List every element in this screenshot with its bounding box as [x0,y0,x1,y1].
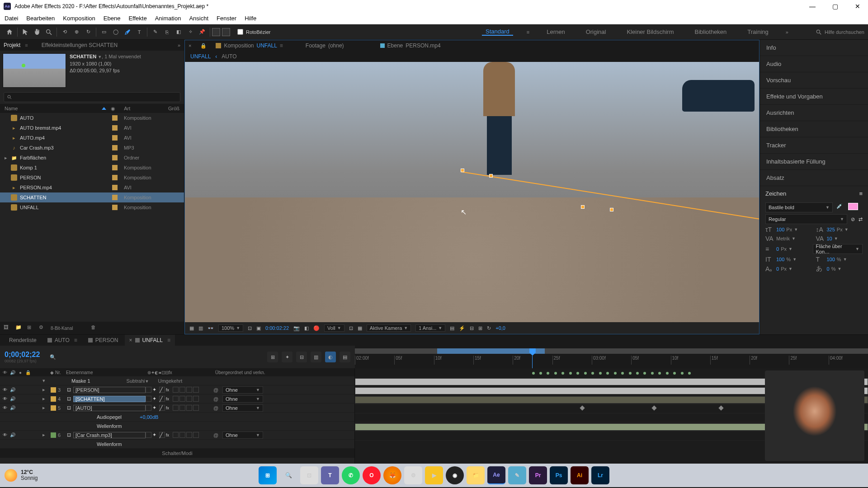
switch-adjustment[interactable] [186,432,192,438]
fast-preview-icon[interactable]: ⚡ [459,325,465,331]
resolution-dropdown[interactable]: Voll▼ [324,324,344,332]
project-item[interactable]: AUTO Komposition [0,113,184,123]
shy-toggle-icon[interactable]: ⊟ [296,352,307,362]
layer-name[interactable]: [AUTO] [73,405,146,411]
menu-bearbeiten[interactable]: Bearbeiten [26,15,55,22]
label-color[interactable] [51,396,56,402]
mask-vertex[interactable] [489,174,493,178]
keyframe-dot[interactable] [621,372,624,375]
hscale-value[interactable]: 100 [827,257,835,262]
menu-komposition[interactable]: Komposition [63,15,95,22]
viewer-timecode[interactable]: 0:00:02:22 [265,325,289,331]
parent-dropdown[interactable]: Ohne▼ [222,404,263,412]
audio-toggle[interactable]: 🔊 [9,387,16,393]
project-item[interactable]: UNFALL Komposition [0,202,184,212]
switch-collapse[interactable]: ✦ [152,432,158,438]
viewer-lock-icon[interactable]: 🔒 [200,43,207,49]
label-swatch[interactable] [112,195,118,200]
keyframe-icon[interactable] [718,405,723,410]
project-item[interactable]: ▸ Farbflächen Ordner [0,153,184,163]
keyframe-dot[interactable] [554,372,557,375]
col-header-size[interactable]: Größ [168,106,179,111]
switch-collapse[interactable]: ✦ [152,405,158,411]
channels-icon[interactable]: 🔴 [313,325,320,331]
label-color[interactable] [51,387,56,393]
stroke-over-dropdown[interactable]: Fläche über Kon…▼ [813,244,863,254]
project-search-input[interactable] [4,92,180,102]
layer-row[interactable]: Wellenform [0,422,354,431]
switch-adjustment[interactable] [186,405,192,411]
taskbar-search-icon[interactable]: 🔍 [279,466,297,484]
keyframe-dot[interactable] [643,372,646,375]
solo-col-icon[interactable]: ● [17,370,24,375]
keyframe-dot[interactable] [681,372,684,375]
hand-tool-icon[interactable] [31,26,43,38]
camera-dropdown[interactable]: Aktive Kamera▼ [367,324,411,332]
app-icon[interactable]: ✎ [508,466,526,484]
workspace-kleiner[interactable]: Kleiner Bildschirm [623,28,677,35]
keyframe-dot[interactable] [666,372,669,375]
expand-icon[interactable]: ▾ [42,378,49,384]
menu-datei[interactable]: Datei [5,15,18,22]
switch-frame-blend[interactable] [173,396,179,402]
timeline-timecode[interactable]: 0;00;02;22 [5,351,40,359]
interpret-footage-icon[interactable]: 🖼 [4,324,11,332]
comp-mini-flowchart-icon[interactable]: ⊞ [267,352,278,362]
layer-row[interactable]: 👁 🔊 ▸ 6 ⊡ [Car Crash.mp3] ✦ ╱ fx @ Ohne [0,431,354,440]
viewer-close-icon[interactable]: × [189,43,191,48]
viewer-tab-comp[interactable]: Komposition UNFALL ≡ [216,42,283,49]
zoom-dropdown[interactable]: 100%▼ [218,324,243,332]
keyframe-dot[interactable] [539,372,542,375]
panel-overflow-icon[interactable]: » [178,42,180,48]
expand-icon[interactable]: ▸ [42,432,49,438]
solo-toggle[interactable] [17,396,24,402]
project-tab-menu-icon[interactable]: ≡ [25,42,28,48]
puppet-tool-icon[interactable]: 📌 [196,26,208,38]
label-swatch[interactable] [112,205,118,210]
parent-dropdown[interactable]: Ohne▼ [222,386,263,394]
panel-content-aware[interactable]: Inhaltsbasierte Füllung [760,154,868,170]
roto-tool-icon[interactable]: ✧ [184,26,196,38]
project-item[interactable]: SCHATTEN Komposition [0,192,184,202]
pickwhip-icon[interactable]: @ [213,387,222,393]
switch-shy[interactable] [146,432,151,438]
keyframe-dot[interactable] [673,372,676,375]
project-item[interactable]: Komp 1 Komposition [0,163,184,173]
project-item[interactable]: PERSON Komposition [0,173,184,183]
switch-fx[interactable]: fx [166,388,172,392]
eye-toggle[interactable]: 👁 [2,405,8,411]
menu-fenster[interactable]: Fenster [217,15,236,22]
pickwhip-icon[interactable]: @ [213,432,222,438]
eyedropper-icon[interactable]: 💉 [836,203,844,211]
timeline-tab-auto[interactable]: AUTO≡ [43,335,82,346]
roi-icon[interactable]: ⊡ [349,325,353,331]
mask-vertex[interactable] [581,205,585,209]
fill-color-swatch[interactable] [212,28,220,36]
layer-name[interactable]: [Car Crash.mp3] [73,432,146,438]
baseline-value[interactable]: 0 [776,266,779,272]
project-item[interactable]: AUTO bremst.mp4 AVI [0,123,184,133]
label-swatch[interactable] [112,145,118,150]
whatsapp-icon[interactable]: ✆ [342,466,360,484]
tracking-value[interactable]: 10 [827,236,832,241]
teams-icon[interactable]: T [321,466,339,484]
layer-row[interactable]: 👁 🔊 ▸ 4 ⊡ [SCHATTEN] ✦ ╱ fx @ Ohne▼ [0,394,354,404]
keyframe-dot[interactable] [651,372,654,375]
switch-shy[interactable] [146,405,151,411]
opera-icon[interactable]: O [363,466,381,484]
keyframe-dot[interactable] [547,372,549,375]
switch-adjustment[interactable] [186,387,192,393]
layer-prop-value[interactable]: +0,00dB [140,414,158,420]
composition-viewport[interactable] [185,62,759,322]
pickwhip-icon[interactable]: @ [213,396,222,402]
views-dropdown[interactable]: 1 Ansi...▼ [415,324,445,332]
switch-3d[interactable] [193,405,199,411]
keyframe-dot[interactable] [606,372,609,375]
switches-modes-toggle[interactable]: Schalter/Modi [0,449,354,458]
switch-shy[interactable] [146,396,151,402]
font-style-dropdown[interactable]: Regular▼ [765,214,847,224]
ellipse-tool-icon[interactable]: ◯ [110,26,122,38]
work-area-bar[interactable] [437,348,545,354]
illustrator-icon[interactable]: Ai [571,466,589,484]
switch-frame-blend[interactable] [173,405,179,411]
